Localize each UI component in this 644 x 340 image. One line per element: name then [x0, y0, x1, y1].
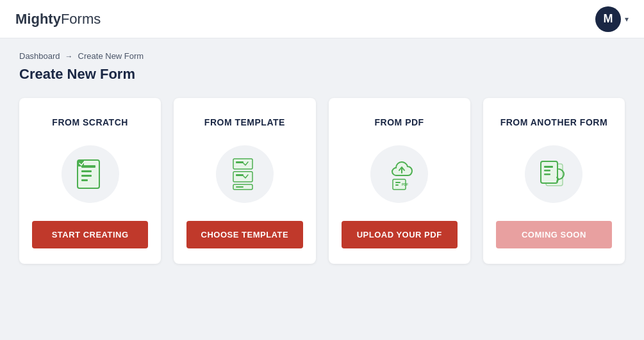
user-menu[interactable]: M ▾ [595, 6, 629, 32]
card-scratch: FROM SCRATCH START CREATING [19, 98, 161, 264]
svg-rect-21 [541, 161, 557, 183]
upload-pdf-button[interactable]: UPLOAD YOUR PDF [342, 221, 458, 248]
svg-rect-4 [81, 179, 88, 181]
card-scratch-title: FROM SCRATCH [52, 117, 128, 127]
svg-rect-24 [544, 174, 550, 175]
svg-rect-9 [236, 174, 244, 176]
svg-rect-11 [236, 186, 244, 188]
svg-rect-2 [81, 170, 92, 172]
logo-forms: Forms [61, 11, 101, 28]
svg-text:PDF: PDF [402, 182, 408, 186]
breadcrumb: Dashboard → Create New Form [19, 51, 625, 61]
breadcrumb-current: Create New Form [78, 51, 144, 61]
svg-rect-15 [395, 184, 399, 186]
page-title: Create New Form [19, 66, 625, 83]
card-pdf-title: FROM PDF [375, 117, 424, 127]
header: MightyForms M ▾ [0, 0, 644, 38]
svg-rect-7 [236, 161, 244, 163]
logo-mighty: Mighty [15, 11, 61, 28]
card-another-title: FROM ANOTHER FORM [500, 117, 607, 127]
svg-rect-14 [395, 182, 400, 183]
template-icon [216, 145, 274, 203]
card-template-title: FROM TEMPLATE [204, 117, 285, 127]
avatar[interactable]: M [595, 6, 621, 32]
svg-rect-3 [81, 175, 92, 177]
start-creating-button[interactable]: START CREATING [32, 221, 148, 248]
pdf-icon: PDF [370, 145, 428, 203]
svg-rect-22 [544, 166, 553, 168]
chevron-down-icon: ▾ [625, 15, 629, 24]
svg-rect-8 [233, 172, 252, 182]
svg-rect-6 [233, 159, 252, 169]
another-form-icon [525, 145, 582, 203]
coming-soon-button: COMING SOON [496, 221, 612, 248]
main-content: Dashboard → Create New Form Create New F… [0, 38, 644, 277]
card-another: FROM ANOTHER FORM C [483, 98, 625, 264]
breadcrumb-arrow-icon: → [65, 52, 73, 61]
choose-template-button[interactable]: CHOOSE TEMPLATE [186, 221, 302, 248]
card-template: FROM TEMPLATE CHOOSE TEMPLATE [174, 98, 315, 264]
svg-rect-23 [544, 170, 550, 172]
logo: MightyForms [15, 11, 101, 28]
breadcrumb-dashboard[interactable]: Dashboard [19, 51, 60, 61]
scratch-icon [62, 145, 119, 203]
card-pdf: FROM PDF PDF UPLOAD YOUR PDF [329, 98, 470, 264]
cards-grid: FROM SCRATCH START CREATING FROM TEMPLAT… [19, 98, 625, 264]
